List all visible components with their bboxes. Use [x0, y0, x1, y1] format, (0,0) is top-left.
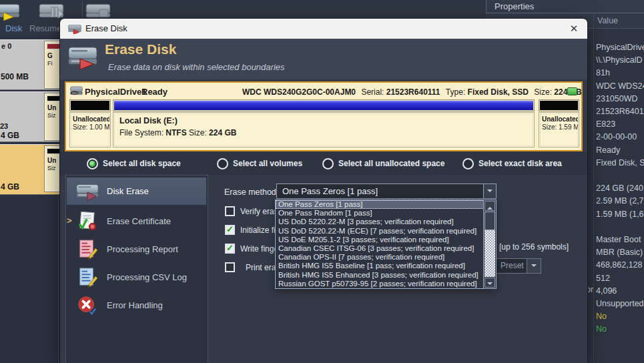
drive-spec-line: WDC WDS240G2G0C-00AJM0 Serial: 21523R640…	[242, 87, 582, 97]
disk-size-label: 4 GB	[1, 182, 19, 192]
radio-icon	[462, 158, 474, 169]
erase-disk-toolbar-icon[interactable]	[0, 2, 20, 21]
dropdown-option[interactable]: US DoD 5220.22-M [3 passes; verification…	[276, 218, 496, 226]
radio-label: Select all unallocated space	[338, 159, 444, 168]
dropdown-option[interactable]: Canadian OPS-II [7 passes; verification …	[276, 253, 496, 262]
property-value: Unsupported	[596, 298, 644, 310]
svg-text:SSD: SSD	[72, 91, 77, 95]
checkbox-write-fingerprint[interactable]	[225, 244, 235, 254]
property-value: Master Boot	[596, 234, 644, 246]
unallocated-bar-right[interactable]	[539, 100, 579, 111]
sidebar-item-processing-csv-log[interactable]: Processing CSV Log	[67, 264, 206, 291]
erase-method-combobox[interactable]: One Pass Zeros [1 pass]	[276, 184, 497, 199]
checkbox-label[interactable]: Initialize fix	[240, 226, 280, 235]
checkbox-initialize[interactable]	[225, 225, 235, 235]
volume-label: G	[47, 52, 53, 59]
resume-erase-toolbar-icon[interactable]	[39, 2, 64, 21]
unallocated-size: Size: 1.59 M	[542, 123, 579, 131]
volume-title: Local Disk (E:)	[119, 116, 178, 125]
checkbox-verify-erasure[interactable]	[225, 206, 235, 216]
panel-divider	[58, 194, 59, 363]
volume-detail-line: File System: NTFS Size: 224 GB	[119, 128, 236, 137]
toolbar-button-disk[interactable]: Disk	[5, 23, 22, 33]
radio-icon	[217, 158, 228, 169]
ssd-disk-icon: SSD	[70, 86, 83, 95]
error-icon	[76, 296, 99, 316]
combobox-dropdown-button[interactable]	[483, 184, 496, 198]
property-value: Fixed Disk, SS	[596, 157, 644, 169]
dialog-title-bar[interactable]: Erase Disk ✕	[60, 19, 587, 39]
unallocated-right-box[interactable]: Unallocated Size: 1.59 M	[539, 113, 579, 147]
radio-label: Select exact disk area	[478, 159, 562, 168]
property-value	[596, 221, 644, 234]
dropdown-option[interactable]: One Pass Random [1 pass]	[276, 209, 496, 218]
type-label: Type:	[446, 87, 465, 97]
property-value-ok: No	[596, 323, 644, 336]
scrollbar-thumb[interactable]	[485, 212, 495, 230]
preset-dropdown-button[interactable]	[527, 259, 541, 273]
drive-status-indicator-icon	[567, 87, 577, 95]
radio-select-exact-disk-area[interactable]: Select exact disk area	[462, 155, 562, 171]
erase-disk-large-icon	[68, 44, 99, 69]
property-value: Ready	[596, 144, 644, 157]
preset-dropdown[interactable]: Preset	[496, 258, 541, 274]
dropdown-option[interactable]: British HMG IS5 Enhanced [3 passes; veri…	[276, 271, 496, 280]
toolbar-button-resume[interactable]: Resume E	[29, 23, 60, 33]
dropdown-option[interactable]: British HMG IS5 Baseline [1 pass; verifi…	[276, 262, 496, 270]
volume-label: Un	[47, 104, 56, 111]
disk-item-1[interactable]: 23 4 GB Un Siz	[0, 91, 64, 142]
properties-panel-header[interactable]: Properties	[486, 0, 644, 13]
property-value: 2-00-00-00	[596, 131, 644, 143]
page-title: Erase Disk	[105, 41, 176, 57]
radio-select-all-disk-space[interactable]: Select all disk space	[87, 155, 181, 171]
property-value: \\.\PhysicalD	[596, 54, 644, 67]
radio-select-all-unallocated-space[interactable]: Select all unallocated space	[322, 155, 444, 171]
unallocated-size: Size: 1.00 MB	[73, 123, 110, 131]
physical-drive-name: PhysicalDrive1	[85, 87, 147, 97]
page-subtitle: Erase data on disk within selected bound…	[108, 62, 285, 72]
drive-status: Ready	[141, 87, 168, 97]
sidebar-item-label: Erase Certificate	[107, 208, 171, 235]
fs-value: NTFS	[166, 128, 186, 137]
volume-bar[interactable]	[113, 100, 534, 111]
volume-box[interactable]: Local Disk (E:) File System: NTFS Size: …	[113, 113, 534, 147]
scroll-up-button[interactable]	[485, 201, 495, 211]
disk-item-0[interactable]: e 0 500 MB G Fi	[0, 39, 64, 90]
unallocated-title: Unallocated	[73, 115, 110, 123]
value-column-header[interactable]: Value	[597, 16, 618, 25]
dropdown-option[interactable]: US DoE M205.1-2 [3 passes; verification …	[276, 236, 496, 244]
disk-toolbar-icon[interactable]	[85, 2, 111, 21]
property-value-warning: No	[596, 310, 644, 323]
sidebar-item-label: Disk Erase	[107, 177, 149, 205]
dropdown-option[interactable]: US DoD 5220.22-M (ECE) [7 passes; verifi…	[276, 227, 496, 236]
unallocated-bar-left[interactable]	[70, 100, 110, 111]
chevron-down-icon	[487, 190, 493, 195]
csv-log-icon	[76, 268, 99, 288]
property-value: 468,862,128	[596, 259, 644, 272]
checkbox-label[interactable]: Write finge	[240, 244, 278, 254]
fs-label: File System:	[119, 128, 164, 137]
scroll-down-button[interactable]	[485, 278, 495, 288]
selection-scope-row: Select all disk space Select all volumes…	[60, 151, 587, 175]
sidebar-item-disk-erase[interactable]: Disk Erase	[67, 177, 206, 205]
property-value: PhysicalDrive	[596, 41, 644, 54]
sidebar-item-processing-report[interactable]: Processing Report	[67, 236, 206, 263]
unallocated-left-box[interactable]: Unallocated Size: 1.00 MB	[70, 113, 110, 147]
sidebar-item-error-handling[interactable]: Error Handling	[67, 292, 206, 319]
certificate-icon	[76, 212, 99, 232]
triangle-up-icon	[487, 204, 493, 210]
scrollbar-track[interactable]	[485, 230, 495, 277]
erase-method-value: One Pass Zeros [1 pass]	[282, 186, 378, 196]
radio-select-all-volumes[interactable]: Select all volumes	[217, 155, 302, 171]
sidebar-item-erase-certificate[interactable]: Erase Certificate	[67, 208, 206, 235]
disk-item-2-selected[interactable]: 4 GB Un Siz	[0, 144, 64, 195]
close-icon[interactable]: ✕	[567, 22, 581, 35]
dropdown-option[interactable]: Russian GOST p50739-95 [2 passes; verifi…	[276, 280, 496, 288]
dropdown-option-selected[interactable]: One Pass Zeros [1 pass]	[276, 200, 496, 209]
triangle-down-icon	[487, 282, 493, 288]
checkbox-print-erase[interactable]	[225, 262, 235, 272]
column-divider[interactable]	[593, 13, 594, 363]
dropdown-option[interactable]: Canadian CSEC ITSG-06 [3 passes; verific…	[276, 244, 496, 253]
toolbar-separator	[82, 1, 83, 20]
property-value: 1.59 MB (1,66	[596, 208, 644, 221]
